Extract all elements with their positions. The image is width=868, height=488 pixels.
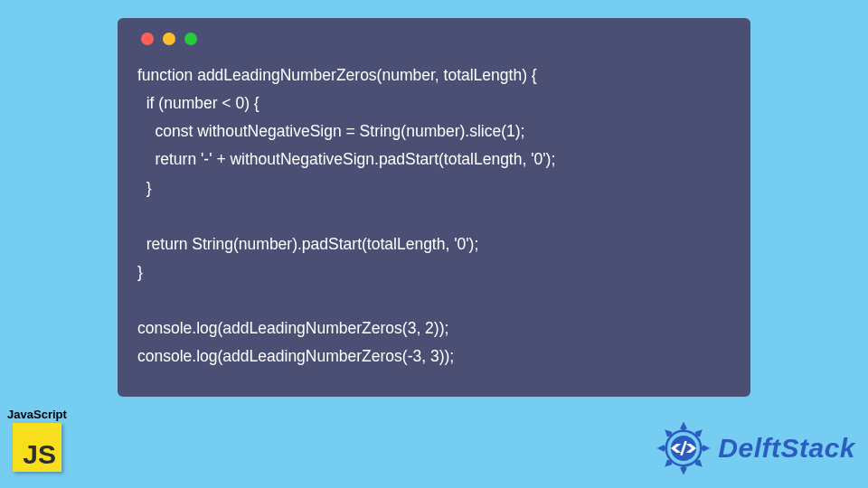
code-line: console.log(addLeadingNumberZeros(3, 2))… [137, 319, 448, 337]
code-block: function addLeadingNumberZeros(number, t… [137, 61, 731, 371]
maximize-icon [184, 33, 197, 45]
code-line: return '-' + withoutNegativeSign.padStar… [137, 150, 555, 168]
code-line: console.log(addLeadingNumberZeros(-3, 3)… [137, 347, 454, 365]
javascript-label: JavaScript [5, 408, 69, 421]
js-letter-s: S [38, 441, 56, 468]
code-window: function addLeadingNumberZeros(number, t… [118, 18, 750, 397]
code-line: function addLeadingNumberZeros(number, t… [137, 66, 537, 84]
delftstack-text: DelftStack [718, 433, 855, 464]
close-icon [141, 33, 154, 45]
code-line: return String(number).padStart(totalLeng… [137, 235, 478, 253]
js-letter-j: J [23, 441, 38, 468]
delftstack-emblem-icon [655, 419, 712, 477]
code-line: } [137, 179, 152, 197]
code-line: if (number < 0) { [137, 94, 259, 112]
window-traffic-lights [137, 33, 731, 45]
code-line: } [137, 263, 143, 281]
minimize-icon [163, 33, 175, 45]
delftstack-logo: DelftStack [655, 419, 855, 477]
code-line: const withoutNegativeSign = String(numbe… [137, 122, 524, 140]
javascript-logo-icon: J S [13, 423, 61, 472]
javascript-badge: JavaScript J S [5, 408, 69, 472]
